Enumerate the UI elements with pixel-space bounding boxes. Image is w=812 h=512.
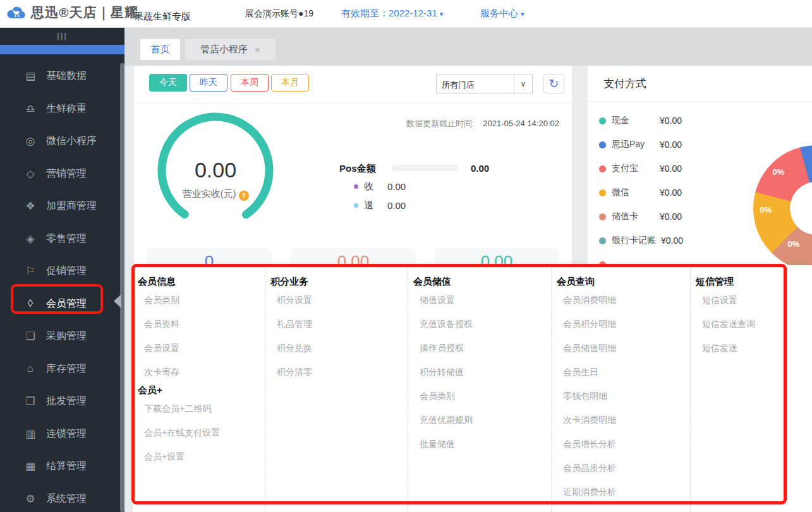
validity-date: 2022-12-31	[389, 8, 437, 18]
menu-item[interactable]: 下载会员+二维码	[133, 396, 265, 420]
date-filter-button[interactable]: 昨天	[190, 74, 227, 92]
sidebar-active-strip	[0, 45, 124, 54]
menu-item[interactable]: 次卡寄存	[133, 360, 265, 384]
top-header: 思迅®天店｜星耀 果蔬生鲜专版 展会演示账号●19 有效期至：2022-12-3…	[0, 0, 812, 28]
payment-method-value: ¥0.00	[660, 116, 682, 126]
tab-bar: 首页 管店小程序 ×	[124, 27, 812, 66]
menu-group-title: 会员储值	[408, 275, 551, 288]
payment-method-label: 现金	[612, 115, 655, 126]
app-root: 思迅®天店｜星耀 果蔬生鲜专版 展会演示账号●19 有效期至：2022-12-3…	[0, 0, 812, 512]
tab-close-icon[interactable]: ×	[255, 44, 260, 55]
menu-item[interactable]: 充值优惠规则	[408, 408, 551, 432]
validity-dropdown[interactable]: 有效期至：2022-12-31▾	[341, 8, 443, 20]
chain-icon: ▥	[23, 427, 38, 441]
menu-group-title: 短信管理	[691, 275, 812, 288]
sidebar-item[interactable]: ▤ 基础数据	[0, 60, 124, 93]
sidebar-item[interactable]: ❖ 加盟商管理	[0, 190, 124, 223]
menu-item[interactable]: 操作员授权	[408, 336, 551, 360]
menu-item[interactable]: 会员设置	[133, 336, 265, 360]
date-filter-button[interactable]: 今天	[149, 74, 187, 92]
menu-item[interactable]: 次卡消费明细	[552, 408, 690, 432]
member-icon: ◊	[23, 297, 38, 310]
sidebar-collapse-icon[interactable]: |||	[0, 27, 124, 42]
date-filter-button[interactable]: 本月	[271, 74, 309, 92]
sidebar-item[interactable]: ▦ 结算管理	[0, 450, 124, 483]
payment-method-label: 微信	[612, 187, 655, 198]
menu-item[interactable]: 零钱包明细	[552, 384, 690, 408]
date-filter-button[interactable]: 本周	[231, 74, 269, 92]
sidebar-item[interactable]: ❒ 批发管理	[0, 385, 124, 418]
sidebar-item[interactable]: ◇ 营销管理	[0, 158, 124, 191]
menu-column: 会员储值 储值设置充值设备授权操作员授权积分转储值会员类别充值优惠规则批量储值	[408, 265, 552, 512]
menu-group-title: 会员+	[133, 384, 265, 396]
sidebar-item[interactable]: ⌂ 库存管理	[0, 353, 124, 386]
menu-item[interactable]: 积分清零	[265, 360, 408, 384]
app-logo[interactable]: 思迅®天店｜星耀	[6, 4, 138, 21]
pos-amount-label: Pos金额	[339, 163, 376, 175]
menu-item[interactable]: 会员品质分析	[552, 456, 690, 480]
legend-dot	[599, 141, 606, 148]
franchise-icon: ❖	[23, 199, 38, 213]
menu-item[interactable]: 会员+设置	[133, 444, 265, 468]
promotion-icon: ⚐	[23, 265, 38, 278]
donut-slice-label: 0%	[773, 167, 785, 177]
payment-method-value: ¥0.00	[660, 188, 682, 198]
menu-column: 短信管理 短信设置短信发送查询短信发送	[691, 265, 812, 512]
menu-item[interactable]: 会员资料	[133, 312, 265, 336]
miniprogram-icon: ◎	[23, 134, 38, 148]
menu-item[interactable]: 积分兑换	[265, 336, 408, 360]
sidebar-item[interactable]: ◊ 会员管理	[0, 288, 124, 321]
sidebar-item[interactable]: ⚐ 促销管理	[0, 255, 124, 288]
refresh-button[interactable]: ↻	[543, 74, 564, 93]
menu-item[interactable]: 积分设置	[265, 288, 408, 312]
menu-item[interactable]: 批量储值	[408, 432, 551, 456]
menu-item[interactable]: 短信设置	[691, 288, 812, 312]
sidebar-item[interactable]: ⚙ 系统管理	[0, 483, 124, 512]
chevron-down-icon: ∨	[514, 75, 532, 93]
menu-item[interactable]: 积分转储值	[408, 360, 551, 384]
sidebar-item[interactable]: ❏ 采购管理	[0, 320, 124, 353]
donut-slice-label: 0%	[788, 239, 800, 249]
menu-item[interactable]: 会员积分明细	[552, 312, 690, 336]
menu-item[interactable]: 会员储值明细	[552, 336, 690, 360]
menu-item[interactable]: 短信发送	[691, 336, 812, 360]
menu-item[interactable]: 近期消费分析	[552, 480, 690, 504]
menu-pointer-arrow	[114, 294, 121, 308]
sidebar-item[interactable]: ◎ 微信小程序	[0, 125, 124, 158]
sidebar-item-label: 零售管理	[46, 232, 87, 246]
sidebar-item-label: 采购管理	[46, 330, 87, 343]
payment-method-row: 支付宝 ¥0.00	[599, 157, 683, 181]
edition-label: 果蔬生鲜专版	[134, 11, 191, 23]
menu-item[interactable]: 短信发送查询	[691, 312, 812, 336]
payment-method-row: 微信 ¥0.00	[599, 181, 683, 205]
sidebar-item[interactable]: ▥ 连锁管理	[0, 418, 124, 451]
sidebar-item-label: 连锁管理	[46, 427, 87, 441]
sidebar-item-label: 微信小程序	[46, 134, 97, 148]
menu-item[interactable]: 会员消费明细	[552, 288, 690, 312]
menu-item[interactable]: 会员增长分析	[552, 432, 690, 456]
sidebar-nav: ▤ 基础数据 ♎ 生鲜称重 ◎ 微信小程序 ◇ 营销管理	[0, 60, 124, 512]
tab-store-miniprogram[interactable]: 管店小程序 ×	[185, 39, 276, 60]
wholesale-icon: ❒	[23, 395, 38, 408]
menu-item[interactable]: 充值设备授权	[408, 312, 551, 336]
menu-item[interactable]: 会员生日	[552, 360, 690, 384]
help-icon[interactable]: ?	[239, 191, 249, 201]
sidebar-item[interactable]: ◈ 零售管理	[0, 223, 124, 256]
sidebar-item-label: 营销管理	[46, 167, 87, 181]
sidebar-scrollbar[interactable]	[120, 63, 124, 512]
sidebar-item[interactable]: ♎ 生鲜称重	[0, 93, 124, 126]
menu-item[interactable]: 会员类别	[408, 384, 551, 408]
menu-item[interactable]: 会员类别	[133, 288, 265, 312]
payment-donut-chart: 0% 0% 0%	[753, 145, 812, 271]
service-center-dropdown[interactable]: 服务中心▾	[480, 8, 524, 20]
menu-item[interactable]: 礼品管理	[265, 312, 408, 336]
menu-item[interactable]: 会员+在线支付设置	[133, 420, 265, 444]
legend-dot	[599, 237, 606, 244]
tab-home[interactable]: 首页	[140, 39, 180, 60]
system-icon: ⚙	[23, 492, 38, 506]
menu-item[interactable]: 储值设置	[408, 288, 551, 312]
store-select[interactable]: 所有门店 ∨	[436, 74, 533, 93]
payment-method-row: 银行卡记账 ¥0.00	[599, 229, 683, 253]
menu-column: 积分业务 积分设置礼品管理积分兑换积分清零	[265, 265, 408, 512]
payment-method-label: 思迅Pay	[612, 139, 655, 150]
